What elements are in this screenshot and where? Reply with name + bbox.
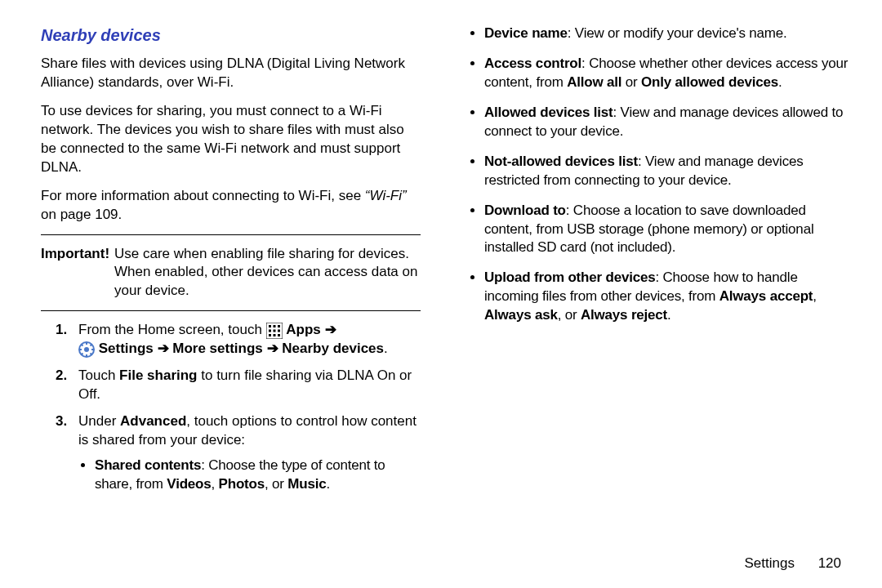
apps-label: Apps <box>286 322 321 337</box>
device-name-text: : View or modify your device's name. <box>568 25 787 41</box>
section-heading: Nearby devices <box>41 24 421 47</box>
step3-text-a: Under <box>78 413 120 429</box>
advanced-label: Advanced <box>120 413 186 429</box>
arrow-icon: ➔ <box>325 322 336 337</box>
svg-rect-2 <box>273 325 275 327</box>
period: . <box>778 74 782 90</box>
file-sharing-label: File sharing <box>119 368 197 383</box>
device-name-label: Device name <box>484 25 568 41</box>
apps-icon <box>266 321 283 340</box>
period: . <box>667 307 671 323</box>
intro3-text-b: on page 109. <box>41 207 122 222</box>
important-text: Use care when enabling file sharing for … <box>114 245 421 301</box>
step-3: 3. Under Advanced, touch options to cont… <box>56 412 421 497</box>
step-body: Under Advanced, touch options to control… <box>78 412 421 497</box>
svg-point-19 <box>84 347 89 352</box>
access-control-label: Access control <box>484 56 581 71</box>
photos-label: Photos <box>219 476 265 492</box>
svg-line-18 <box>91 344 92 345</box>
list-item: Not-allowed devices list: View and manag… <box>484 153 849 190</box>
allow-all-label: Allow all <box>567 74 621 90</box>
important-label: Important! <box>41 245 109 301</box>
period: . <box>384 341 388 356</box>
always-ask-label: Always ask <box>484 307 558 323</box>
svg-rect-3 <box>278 325 280 327</box>
sep: , or <box>558 307 581 323</box>
svg-line-16 <box>91 353 92 354</box>
not-allowed-label: Not-allowed devices list <box>484 154 638 169</box>
list-item: Download to: Choose a location to save d… <box>484 202 849 258</box>
footer-section: Settings <box>744 555 794 571</box>
step-number: 2. <box>56 367 78 404</box>
more-settings-label: More settings <box>172 341 263 356</box>
settings-icon <box>78 340 95 359</box>
step-body: Touch File sharing to turn file sharing … <box>78 367 421 404</box>
svg-rect-7 <box>269 334 271 336</box>
list-item: Device name: View or modify your device'… <box>484 24 849 43</box>
allowed-list-label: Allowed devices list <box>484 105 613 120</box>
sep: , or <box>265 476 287 492</box>
videos-label: Videos <box>167 476 211 492</box>
intro-para-3: For more information about connecting to… <box>41 187 421 225</box>
svg-rect-6 <box>278 329 280 332</box>
list-item: Shared contents: Choose the type of cont… <box>95 457 421 494</box>
svg-line-15 <box>82 344 83 345</box>
footer-page-number: 120 <box>818 555 841 571</box>
step-number: 1. <box>56 321 78 359</box>
svg-rect-4 <box>269 329 271 332</box>
manual-page: Nearby devices Share files with devices … <box>0 0 882 588</box>
upload-label: Upload from other devices <box>484 270 655 285</box>
right-column: Device name: View or modify your device'… <box>470 24 849 572</box>
step2-text-a: Touch <box>78 368 119 383</box>
page-footer: Settings 120 <box>744 555 841 572</box>
svg-rect-9 <box>278 334 280 336</box>
divider-top <box>41 234 421 235</box>
svg-rect-1 <box>269 325 271 327</box>
divider-bottom <box>41 310 421 311</box>
steps-list: 1. From the Home screen, touch <box>56 321 421 497</box>
svg-rect-5 <box>273 329 275 332</box>
intro3-text-a: For more information about connecting to… <box>41 188 365 203</box>
always-reject-label: Always reject <box>581 307 667 323</box>
important-note: Important! Use care when enabling file s… <box>41 245 421 301</box>
step-number: 3. <box>56 412 78 497</box>
download-to-label: Download to <box>484 203 566 218</box>
always-accept-label: Always accept <box>719 288 813 304</box>
options-list: Device name: View or modify your device'… <box>484 24 849 325</box>
music-label: Music <box>287 476 326 492</box>
svg-rect-8 <box>273 334 275 336</box>
svg-line-17 <box>82 353 83 354</box>
sep: or <box>621 74 641 90</box>
arrow-icon: ➔ <box>158 341 173 356</box>
step-body: From the Home screen, touch Apps ➔ <box>78 321 421 359</box>
period: . <box>326 476 330 492</box>
shared-contents-label: Shared contents <box>95 457 201 473</box>
step1-text-a: From the Home screen, touch <box>78 322 266 337</box>
sep: , <box>813 288 817 304</box>
list-item: Allowed devices list: View and manage de… <box>484 104 849 141</box>
step3-sublist: Shared contents: Choose the type of cont… <box>95 457 421 494</box>
nearby-devices-label: Nearby devices <box>282 341 384 356</box>
sep: , <box>212 476 219 492</box>
settings-label: Settings <box>99 341 154 356</box>
step-2: 2. Touch File sharing to turn file shari… <box>56 367 421 404</box>
only-allowed-label: Only allowed devices <box>641 74 778 90</box>
step-1: 1. From the Home screen, touch <box>56 321 421 359</box>
list-item: Upload from other devices: Choose how to… <box>484 269 849 325</box>
list-item: Access control: Choose whether other dev… <box>484 55 849 92</box>
wifi-reference: “Wi-Fi” <box>365 188 407 203</box>
intro-para-1: Share files with devices using DLNA (Dig… <box>41 55 421 92</box>
left-column: Nearby devices Share files with devices … <box>41 24 421 572</box>
arrow-icon: ➔ <box>267 341 283 356</box>
intro-para-2: To use devices for sharing, you must con… <box>41 102 421 177</box>
